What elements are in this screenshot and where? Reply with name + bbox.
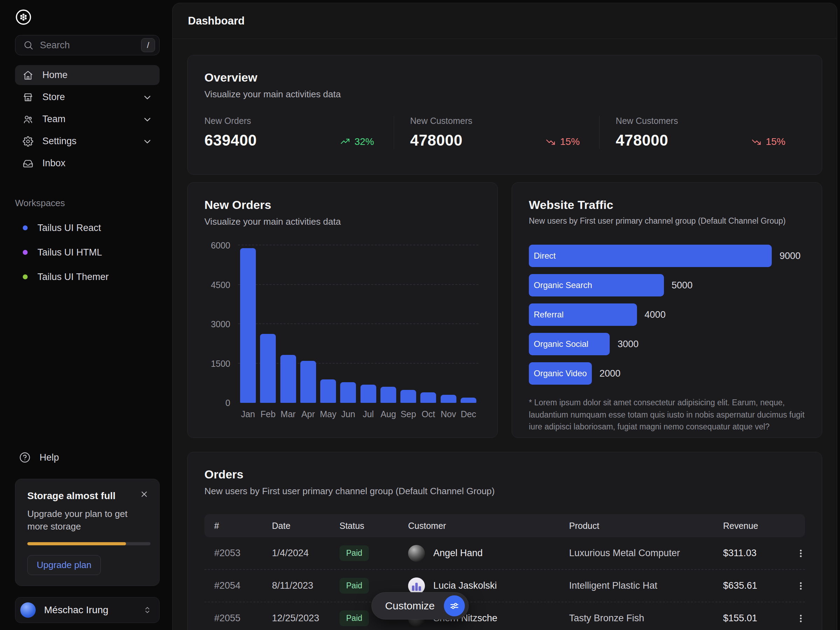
storage-progress-bar	[27, 542, 150, 545]
bar-slot-may	[318, 245, 338, 403]
column-header-customer: Customer	[408, 521, 569, 531]
orders-table-body: #20531/4/2024PaidAngel HandLuxurious Met…	[204, 537, 805, 630]
sidebar-item-home[interactable]: Home	[15, 65, 159, 85]
x-tick-label: Sep	[398, 409, 418, 419]
horizontal-bar-chart: Direct9000Organic Search5000Referral4000…	[529, 245, 805, 385]
traffic-bar: Organic Search	[529, 274, 664, 297]
revenue-value: $311.03	[723, 548, 791, 559]
traffic-bar-label: Organic Search	[534, 280, 592, 290]
traffic-bar-label: Direct	[534, 251, 556, 261]
help-label: Help	[39, 452, 59, 463]
user-menu[interactable]: Méschac Irung	[15, 597, 159, 623]
row-actions-kebab-icon[interactable]	[793, 611, 808, 626]
workspace-item[interactable]: Tailus UI Themer	[15, 268, 159, 286]
team-icon	[23, 114, 33, 125]
stat-value: 478000	[410, 132, 546, 149]
row-actions-kebab-icon[interactable]	[793, 546, 808, 561]
order-date: 12/25/2023	[272, 613, 339, 624]
close-icon[interactable]	[138, 488, 150, 500]
traffic-bar-value: 3000	[617, 339, 638, 350]
bar-apr	[300, 361, 316, 403]
traffic-footnote: * Lorem ipsum dolor sit amet consectetur…	[529, 396, 805, 433]
bar-slot-dec	[458, 245, 478, 403]
row-actions-kebab-icon[interactable]	[793, 578, 808, 594]
customize-label: Customize	[385, 600, 435, 612]
traffic-row-organic-social: Organic Social3000	[529, 333, 805, 355]
x-tick-label: Jan	[238, 409, 258, 419]
table-row[interactable]: #205512/25/2023PaidShern NitzscheTasty B…	[204, 602, 805, 630]
bar-slot-jun	[338, 245, 358, 403]
app-logo-icon[interactable]	[15, 9, 32, 25]
stat-label: New Customers	[616, 116, 751, 126]
sidebar-item-inbox[interactable]: Inbox	[15, 153, 159, 173]
bar-slot-mar	[278, 245, 298, 403]
table-row[interactable]: #20548/11/2023PaidLucia JaskolskiIntelli…	[204, 570, 805, 602]
traffic-row-direct: Direct9000	[529, 245, 805, 267]
upgrade-plan-button[interactable]: Upgrade plan	[27, 555, 101, 575]
stat-change-badge: 32%	[340, 136, 374, 147]
traffic-row-organic-video: Organic Video2000	[529, 362, 805, 385]
chevron-down-icon	[142, 92, 153, 103]
workspaces-list: Tailus UI ReactTailus UI HTMLTailus UI T…	[15, 219, 159, 286]
stat-change-badge: 15%	[545, 136, 579, 147]
stat-value: 478000	[616, 132, 751, 149]
order-date: 8/11/2023	[272, 580, 339, 591]
customer-name: Angel Hand	[433, 548, 483, 559]
column-header-id: #	[214, 521, 272, 531]
workspace-item[interactable]: Tailus UI React	[15, 219, 159, 237]
x-tick-label: May	[318, 409, 338, 419]
help-button[interactable]: Help	[15, 448, 159, 467]
bar-slot-feb	[258, 245, 278, 403]
y-tick-label: 0	[226, 398, 230, 408]
product-name: Tasty Bronze Fish	[569, 613, 723, 624]
workspace-item[interactable]: Tailus UI HTML	[15, 243, 159, 261]
bar-series	[238, 245, 478, 403]
table-row[interactable]: #20531/4/2024PaidAngel HandLuxurious Met…	[204, 537, 805, 570]
sidebar-item-settings[interactable]: Settings	[15, 131, 159, 151]
status-badge: Paid	[339, 545, 369, 561]
page-title: Dashboard	[188, 15, 245, 27]
search-icon	[23, 40, 33, 51]
customer-cell: Lucia Jaskolski	[408, 578, 569, 594]
storage-description: Upgrade your plan to get more storage	[27, 508, 149, 533]
y-tick-label: 3000	[211, 319, 230, 329]
y-tick-label: 6000	[211, 240, 230, 251]
traffic-row-organic-search: Organic Search5000	[529, 274, 805, 297]
main-panel: Dashboard Overview Visualize your main a…	[172, 3, 837, 630]
chevrons-up-down-icon	[142, 605, 152, 615]
new-orders-chart-title: New Orders	[204, 198, 480, 212]
new-orders-chart-card: New Orders Visualize your main activitie…	[187, 182, 498, 438]
order-date: 1/4/2024	[272, 548, 339, 559]
bar-slot-apr	[298, 245, 318, 403]
search-input[interactable]	[40, 40, 135, 51]
sidebar-item-label: Inbox	[43, 158, 153, 169]
orders-card: Orders New users by First user primary c…	[187, 452, 822, 630]
inbox-icon	[23, 158, 33, 169]
store-icon	[23, 92, 33, 103]
stat-new-orders: New Orders63940032%	[204, 116, 394, 149]
storage-alert-card: Storage almost full Upgrade your plan to…	[15, 479, 159, 586]
workspace-label: Tailus UI Themer	[38, 272, 109, 283]
sidebar-item-team[interactable]: Team	[15, 109, 159, 129]
x-tick-label: Feb	[258, 409, 278, 419]
customize-button[interactable]: Customize	[371, 592, 469, 619]
bar-slot-nov	[439, 245, 458, 403]
new-orders-chart-subtitle: Visualize your main activities data	[204, 216, 480, 227]
orders-table-header: #DateStatusCustomerProductRevenue	[204, 514, 805, 537]
bar-slot-sep	[398, 245, 418, 403]
settings-icon	[23, 136, 33, 147]
sidebar-item-store[interactable]: Store	[15, 87, 159, 107]
bar-dec	[461, 398, 476, 403]
bar-slot-jul	[358, 245, 378, 403]
workspaces-heading: Workspaces	[15, 198, 159, 208]
sidebar-item-label: Home	[43, 69, 153, 81]
x-tick-label: Apr	[298, 409, 318, 419]
x-tick-label: Mar	[278, 409, 298, 419]
avatar	[408, 578, 425, 594]
traffic-bar-value: 9000	[780, 251, 801, 261]
page-header: Dashboard	[172, 3, 837, 39]
avatar	[20, 602, 36, 618]
x-tick-label: Dec	[458, 409, 478, 419]
bar-slot-oct	[418, 245, 438, 403]
workspace-dot	[23, 275, 28, 279]
